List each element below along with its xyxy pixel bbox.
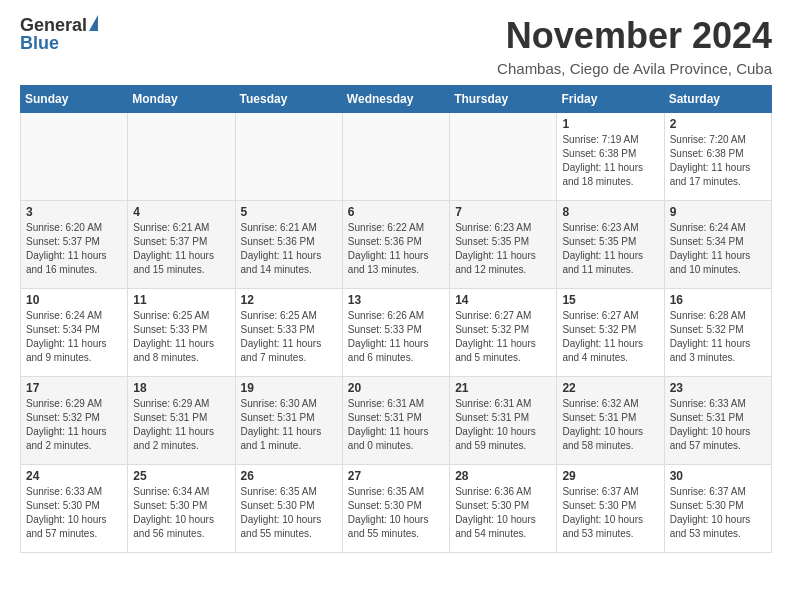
day-cell: 3Sunrise: 6:20 AM Sunset: 5:37 PM Daylig… xyxy=(21,200,128,288)
day-info: Sunrise: 6:35 AM Sunset: 5:30 PM Dayligh… xyxy=(348,485,444,541)
day-cell: 12Sunrise: 6:25 AM Sunset: 5:33 PM Dayli… xyxy=(235,288,342,376)
day-number: 5 xyxy=(241,205,337,219)
location-subtitle: Chambas, Ciego de Avila Province, Cuba xyxy=(497,60,772,77)
day-info: Sunrise: 6:28 AM Sunset: 5:32 PM Dayligh… xyxy=(670,309,766,365)
day-number: 19 xyxy=(241,381,337,395)
day-cell: 11Sunrise: 6:25 AM Sunset: 5:33 PM Dayli… xyxy=(128,288,235,376)
day-number: 21 xyxy=(455,381,551,395)
day-number: 11 xyxy=(133,293,229,307)
day-number: 24 xyxy=(26,469,122,483)
day-info: Sunrise: 6:24 AM Sunset: 5:34 PM Dayligh… xyxy=(670,221,766,277)
day-info: Sunrise: 6:33 AM Sunset: 5:31 PM Dayligh… xyxy=(670,397,766,453)
day-number: 1 xyxy=(562,117,658,131)
day-cell: 16Sunrise: 6:28 AM Sunset: 5:32 PM Dayli… xyxy=(664,288,771,376)
day-cell xyxy=(128,112,235,200)
day-cell: 9Sunrise: 6:24 AM Sunset: 5:34 PM Daylig… xyxy=(664,200,771,288)
day-number: 8 xyxy=(562,205,658,219)
day-info: Sunrise: 6:27 AM Sunset: 5:32 PM Dayligh… xyxy=(562,309,658,365)
day-cell: 6Sunrise: 6:22 AM Sunset: 5:36 PM Daylig… xyxy=(342,200,449,288)
logo-triangle-icon xyxy=(89,15,98,31)
day-number: 4 xyxy=(133,205,229,219)
day-cell: 2Sunrise: 7:20 AM Sunset: 6:38 PM Daylig… xyxy=(664,112,771,200)
day-number: 18 xyxy=(133,381,229,395)
day-cell: 8Sunrise: 6:23 AM Sunset: 5:35 PM Daylig… xyxy=(557,200,664,288)
day-number: 30 xyxy=(670,469,766,483)
day-info: Sunrise: 6:37 AM Sunset: 5:30 PM Dayligh… xyxy=(562,485,658,541)
logo-blue-text: Blue xyxy=(20,34,59,52)
day-info: Sunrise: 6:35 AM Sunset: 5:30 PM Dayligh… xyxy=(241,485,337,541)
day-number: 6 xyxy=(348,205,444,219)
day-info: Sunrise: 6:29 AM Sunset: 5:31 PM Dayligh… xyxy=(133,397,229,453)
col-header-wednesday: Wednesday xyxy=(342,85,449,112)
day-cell: 18Sunrise: 6:29 AM Sunset: 5:31 PM Dayli… xyxy=(128,376,235,464)
day-cell xyxy=(21,112,128,200)
day-info: Sunrise: 6:37 AM Sunset: 5:30 PM Dayligh… xyxy=(670,485,766,541)
day-cell xyxy=(450,112,557,200)
day-cell: 24Sunrise: 6:33 AM Sunset: 5:30 PM Dayli… xyxy=(21,464,128,552)
day-number: 16 xyxy=(670,293,766,307)
day-info: Sunrise: 6:24 AM Sunset: 5:34 PM Dayligh… xyxy=(26,309,122,365)
day-cell: 13Sunrise: 6:26 AM Sunset: 5:33 PM Dayli… xyxy=(342,288,449,376)
week-row-5: 24Sunrise: 6:33 AM Sunset: 5:30 PM Dayli… xyxy=(21,464,772,552)
day-cell: 14Sunrise: 6:27 AM Sunset: 5:32 PM Dayli… xyxy=(450,288,557,376)
logo: General Blue xyxy=(20,16,98,52)
day-number: 9 xyxy=(670,205,766,219)
day-info: Sunrise: 6:31 AM Sunset: 5:31 PM Dayligh… xyxy=(455,397,551,453)
day-cell: 21Sunrise: 6:31 AM Sunset: 5:31 PM Dayli… xyxy=(450,376,557,464)
day-cell xyxy=(342,112,449,200)
calendar-table: SundayMondayTuesdayWednesdayThursdayFrid… xyxy=(20,85,772,553)
day-cell: 17Sunrise: 6:29 AM Sunset: 5:32 PM Dayli… xyxy=(21,376,128,464)
day-info: Sunrise: 6:25 AM Sunset: 5:33 PM Dayligh… xyxy=(133,309,229,365)
month-title: November 2024 xyxy=(497,16,772,56)
day-cell: 23Sunrise: 6:33 AM Sunset: 5:31 PM Dayli… xyxy=(664,376,771,464)
day-info: Sunrise: 6:34 AM Sunset: 5:30 PM Dayligh… xyxy=(133,485,229,541)
day-cell: 29Sunrise: 6:37 AM Sunset: 5:30 PM Dayli… xyxy=(557,464,664,552)
day-cell: 30Sunrise: 6:37 AM Sunset: 5:30 PM Dayli… xyxy=(664,464,771,552)
week-row-4: 17Sunrise: 6:29 AM Sunset: 5:32 PM Dayli… xyxy=(21,376,772,464)
day-info: Sunrise: 6:20 AM Sunset: 5:37 PM Dayligh… xyxy=(26,221,122,277)
day-info: Sunrise: 6:36 AM Sunset: 5:30 PM Dayligh… xyxy=(455,485,551,541)
week-row-1: 1Sunrise: 7:19 AM Sunset: 6:38 PM Daylig… xyxy=(21,112,772,200)
day-number: 26 xyxy=(241,469,337,483)
day-cell xyxy=(235,112,342,200)
day-number: 29 xyxy=(562,469,658,483)
day-cell: 20Sunrise: 6:31 AM Sunset: 5:31 PM Dayli… xyxy=(342,376,449,464)
day-info: Sunrise: 6:21 AM Sunset: 5:37 PM Dayligh… xyxy=(133,221,229,277)
day-info: Sunrise: 6:21 AM Sunset: 5:36 PM Dayligh… xyxy=(241,221,337,277)
day-cell: 4Sunrise: 6:21 AM Sunset: 5:37 PM Daylig… xyxy=(128,200,235,288)
day-cell: 27Sunrise: 6:35 AM Sunset: 5:30 PM Dayli… xyxy=(342,464,449,552)
day-number: 10 xyxy=(26,293,122,307)
day-info: Sunrise: 6:25 AM Sunset: 5:33 PM Dayligh… xyxy=(241,309,337,365)
day-info: Sunrise: 6:23 AM Sunset: 5:35 PM Dayligh… xyxy=(455,221,551,277)
day-info: Sunrise: 6:31 AM Sunset: 5:31 PM Dayligh… xyxy=(348,397,444,453)
col-header-sunday: Sunday xyxy=(21,85,128,112)
col-header-friday: Friday xyxy=(557,85,664,112)
col-header-monday: Monday xyxy=(128,85,235,112)
day-info: Sunrise: 6:23 AM Sunset: 5:35 PM Dayligh… xyxy=(562,221,658,277)
day-cell: 19Sunrise: 6:30 AM Sunset: 5:31 PM Dayli… xyxy=(235,376,342,464)
day-cell: 1Sunrise: 7:19 AM Sunset: 6:38 PM Daylig… xyxy=(557,112,664,200)
day-number: 23 xyxy=(670,381,766,395)
day-number: 22 xyxy=(562,381,658,395)
day-cell: 15Sunrise: 6:27 AM Sunset: 5:32 PM Dayli… xyxy=(557,288,664,376)
week-row-2: 3Sunrise: 6:20 AM Sunset: 5:37 PM Daylig… xyxy=(21,200,772,288)
day-cell: 25Sunrise: 6:34 AM Sunset: 5:30 PM Dayli… xyxy=(128,464,235,552)
day-info: Sunrise: 6:32 AM Sunset: 5:31 PM Dayligh… xyxy=(562,397,658,453)
day-info: Sunrise: 7:19 AM Sunset: 6:38 PM Dayligh… xyxy=(562,133,658,189)
day-cell: 5Sunrise: 6:21 AM Sunset: 5:36 PM Daylig… xyxy=(235,200,342,288)
day-number: 13 xyxy=(348,293,444,307)
day-number: 27 xyxy=(348,469,444,483)
day-info: Sunrise: 7:20 AM Sunset: 6:38 PM Dayligh… xyxy=(670,133,766,189)
day-info: Sunrise: 6:29 AM Sunset: 5:32 PM Dayligh… xyxy=(26,397,122,453)
day-info: Sunrise: 6:30 AM Sunset: 5:31 PM Dayligh… xyxy=(241,397,337,453)
title-area: November 2024 Chambas, Ciego de Avila Pr… xyxy=(497,16,772,77)
day-info: Sunrise: 6:33 AM Sunset: 5:30 PM Dayligh… xyxy=(26,485,122,541)
day-info: Sunrise: 6:22 AM Sunset: 5:36 PM Dayligh… xyxy=(348,221,444,277)
logo-general-text: General xyxy=(20,16,87,34)
day-cell: 7Sunrise: 6:23 AM Sunset: 5:35 PM Daylig… xyxy=(450,200,557,288)
day-number: 25 xyxy=(133,469,229,483)
day-number: 2 xyxy=(670,117,766,131)
day-number: 28 xyxy=(455,469,551,483)
week-row-3: 10Sunrise: 6:24 AM Sunset: 5:34 PM Dayli… xyxy=(21,288,772,376)
header-row: SundayMondayTuesdayWednesdayThursdayFrid… xyxy=(21,85,772,112)
